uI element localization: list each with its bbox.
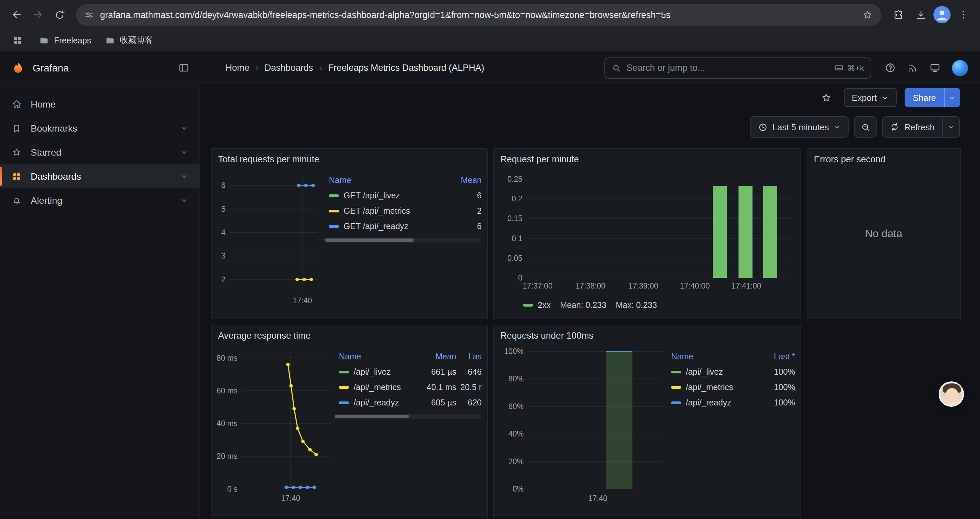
- mega-menu-toggle[interactable]: [178, 62, 189, 73]
- sidebar-item-starred[interactable]: Starred: [0, 140, 199, 164]
- legend-row[interactable]: /api/_metrics100%: [671, 379, 795, 395]
- legend-row[interactable]: GET /api/_readyz6: [329, 219, 482, 234]
- chevron-down-icon[interactable]: [180, 148, 188, 156]
- arrow-left-icon: [11, 9, 23, 21]
- address-bar[interactable]: grafana.mathmast.com/d/deytv4rwavabkb/fr…: [76, 4, 881, 26]
- legend-row[interactable]: /api/_metrics40.1 ms20.5 r: [339, 379, 482, 395]
- legend-header-cell[interactable]: Name: [329, 175, 447, 185]
- dashboard-content: Export Share Last 5 minutes: [200, 84, 980, 517]
- site-settings-icon[interactable]: [84, 10, 94, 20]
- legend-series[interactable]: 2xx: [523, 300, 551, 310]
- legend-scrollbar[interactable]: [334, 414, 482, 419]
- grafana-logo[interactable]: [11, 61, 25, 75]
- breadcrumb-separator: ›: [319, 63, 322, 73]
- legend-header: NameMeanLas: [339, 349, 482, 364]
- news-button[interactable]: [907, 62, 918, 73]
- share-menu-button[interactable]: [944, 88, 960, 107]
- profile-button[interactable]: [933, 6, 951, 23]
- favorite-dashboard-button[interactable]: [817, 88, 835, 107]
- sidebar-item-dashboards[interactable]: Dashboards: [0, 164, 199, 188]
- bookmark-folder-blogs[interactable]: 收藏博客: [104, 35, 153, 46]
- sidebar-item-home[interactable]: Home: [0, 92, 199, 116]
- panel-errors-per-second: Errors per second No data: [807, 148, 961, 319]
- bookmarks-bar: Freeleaps 收藏博客: [0, 29, 980, 52]
- url-text[interactable]: grafana.mathmast.com/d/deytv4rwavabkb/fr…: [100, 10, 856, 20]
- forward-button[interactable]: [28, 5, 48, 25]
- avatar-face: [946, 388, 958, 399]
- extensions-button[interactable]: [888, 5, 908, 25]
- legend-row[interactable]: /api/_readyz605 µs620: [339, 395, 482, 410]
- grafana-header-icons: [885, 60, 980, 76]
- apps-grid-icon: [12, 35, 22, 45]
- legend-series-name: GET /api/_metrics: [329, 206, 447, 216]
- svg-text:17:40: 17:40: [588, 494, 608, 503]
- sidebar-item-bookmarks[interactable]: Bookmarks: [0, 116, 199, 140]
- refresh-button[interactable]: Refresh: [882, 116, 943, 137]
- downloads-button[interactable]: [911, 5, 931, 25]
- legend-row[interactable]: /api/_readyz100%: [671, 395, 795, 410]
- help-button[interactable]: [885, 62, 896, 73]
- share-split-button: Share: [905, 88, 960, 107]
- legend-table: NameMeanGET /api/_livez6GET /api/_metric…: [323, 167, 482, 234]
- search-shortcut: ⌘+k: [834, 63, 864, 73]
- back-button[interactable]: [7, 5, 27, 25]
- refresh-interval-button[interactable]: [943, 116, 960, 137]
- legend-row[interactable]: /api/_livez661 µs646: [339, 364, 482, 379]
- panel-title[interactable]: Errors per second: [813, 153, 955, 167]
- panel-title[interactable]: Total requests per minute: [217, 153, 482, 167]
- legend-header-cell[interactable]: Name: [671, 352, 760, 361]
- time-range-picker[interactable]: Last 5 minutes: [750, 116, 849, 137]
- sidebar: Home Bookmarks Starred Dashboards Alerti…: [0, 84, 200, 517]
- legend-scrollbar[interactable]: [323, 238, 482, 243]
- legend-value: 646: [456, 367, 482, 376]
- floating-avatar-widget[interactable]: [939, 382, 964, 407]
- zoom-out-button[interactable]: [854, 116, 877, 137]
- bookmark-folder-freeleaps[interactable]: Freeleaps: [39, 35, 91, 46]
- chevron-down-icon[interactable]: [180, 196, 188, 204]
- apps-button[interactable]: [10, 32, 25, 48]
- bookmark-star-icon[interactable]: [862, 9, 873, 21]
- legend-header-cell[interactable]: Mean: [419, 352, 456, 361]
- legend-header-cell[interactable]: Las: [456, 352, 482, 361]
- breadcrumb-home[interactable]: Home: [226, 63, 250, 73]
- legend-series-name: /api/_readyz: [339, 398, 419, 407]
- share-button[interactable]: Share: [905, 88, 944, 107]
- legend-row[interactable]: GET /api/_metrics2: [329, 203, 482, 219]
- legend-series-name: GET /api/_livez: [329, 191, 447, 200]
- panel-title[interactable]: Requests under 100ms: [499, 329, 795, 343]
- svg-text:2: 2: [221, 275, 226, 284]
- sidebar-item-alerting[interactable]: Alerting: [0, 188, 199, 212]
- panel-average-response-time: Average response time 80 ms60 ms40 ms20 …: [211, 325, 488, 517]
- svg-text:100%: 100%: [504, 347, 524, 356]
- folder-icon: [104, 35, 115, 46]
- panel-title[interactable]: Request per minute: [499, 153, 795, 167]
- legend-header-cell[interactable]: Mean: [447, 175, 482, 185]
- legend-header-cell[interactable]: Last *: [760, 352, 795, 361]
- search-box[interactable]: ⌘+k: [605, 57, 871, 78]
- line-chart: 6543217:40: [217, 167, 323, 308]
- export-button[interactable]: Export: [843, 88, 897, 107]
- panel-total-requests-per-minute: Total requests per minute 6543217:40 Nam…: [211, 148, 488, 319]
- reload-button[interactable]: [49, 5, 69, 25]
- breadcrumb-dashboards[interactable]: Dashboards: [264, 63, 313, 73]
- legend-value: 100%: [760, 367, 795, 376]
- user-avatar[interactable]: [952, 60, 968, 76]
- svg-text:80 ms: 80 ms: [217, 354, 237, 363]
- legend-header-cell[interactable]: Name: [339, 352, 419, 361]
- panel-title[interactable]: Average response time: [217, 329, 482, 343]
- scrollbar-thumb[interactable]: [335, 415, 409, 418]
- series-swatch: [329, 209, 339, 212]
- chevron-down-icon[interactable]: [180, 124, 188, 132]
- refresh-label: Refresh: [904, 122, 935, 132]
- legend-row[interactable]: /api/_livez100%: [671, 364, 795, 379]
- panel-left-icon: [178, 62, 189, 73]
- chevron-down-icon[interactable]: [180, 172, 188, 180]
- scrollbar-thumb[interactable]: [325, 238, 413, 242]
- panel-grid: Total requests per minute 6543217:40 Nam…: [200, 148, 980, 517]
- search-input[interactable]: [627, 63, 829, 73]
- legend-row[interactable]: GET /api/_livez6: [329, 188, 482, 203]
- legend-header: NameMean: [329, 172, 482, 188]
- share-label: Share: [913, 93, 936, 102]
- display-button[interactable]: [929, 62, 941, 73]
- browser-menu-button[interactable]: [953, 5, 973, 25]
